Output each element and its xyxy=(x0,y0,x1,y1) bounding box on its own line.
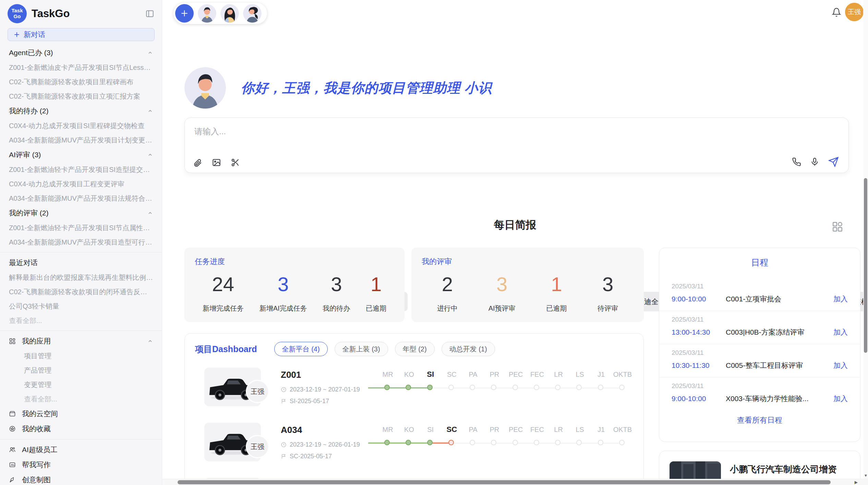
view-all-schedule-link[interactable]: 查看所有日程 xyxy=(659,415,860,425)
milestone-dot-j1 xyxy=(598,440,603,445)
write-helper-label: 帮我写作 xyxy=(22,460,51,470)
image-icon[interactable] xyxy=(212,158,221,167)
project-row[interactable]: 王强A0342023-12-19 ~ 2026-01-19SC-2025-05-… xyxy=(204,423,633,469)
milestone-label-j1: J1 xyxy=(591,426,612,434)
apps-view-all[interactable]: 查看全部... xyxy=(0,392,162,406)
join-meeting-link[interactable]: 加入 xyxy=(833,294,848,304)
vertical-scrollbar-thumb[interactable] xyxy=(864,178,867,353)
users-icon xyxy=(9,446,16,453)
recent-view-all[interactable]: 查看全部... xyxy=(0,313,162,328)
dashboard-tab-1[interactable]: 全新上装 (3) xyxy=(335,342,388,356)
sidebar-item-ai-employee[interactable]: AI超级员工 xyxy=(0,442,162,457)
join-meeting-link[interactable]: 加入 xyxy=(833,394,848,403)
project-info: Z0012023-12-19 ~ 2027-01-19SI-2025-05-17 xyxy=(281,368,365,413)
milestone-dot-ls xyxy=(576,385,582,390)
app-link-item[interactable]: 产品管理 xyxy=(0,363,162,377)
sidebar-item-favorites[interactable]: 我的收藏 xyxy=(0,421,162,436)
stat-value: 24 xyxy=(203,274,244,294)
new-chat-button[interactable]: 新对话 xyxy=(8,28,155,41)
project-row[interactable]: 王强Z0012023-12-19 ~ 2027-01-19SI-2025-05-… xyxy=(204,368,633,413)
dashboard-tab-2[interactable]: 年型 (2) xyxy=(395,342,435,356)
stat-value: 3 xyxy=(323,274,350,294)
sidebar-task-item[interactable]: Z001-全新燃油皮卡产品开发项目SI节点Lesson Learn报告 xyxy=(0,60,162,75)
stat-item: 3AI预评审 xyxy=(489,274,516,313)
paperclip-icon[interactable] xyxy=(193,158,202,167)
send-icon[interactable] xyxy=(828,157,839,167)
sidebar-task-item[interactable]: A034-全新新能源MUV产品开发项目计划变更表编写 xyxy=(0,133,162,147)
sidebar-item-cloud-space[interactable]: 我的云空间 xyxy=(0,406,162,421)
app-link-item[interactable]: 项目管理 xyxy=(0,349,162,363)
sidebar-task-item[interactable]: C02-飞腾新能源轻客改款项目立项汇报方案 xyxy=(0,89,162,103)
sidebar-collapse-icon[interactable] xyxy=(145,9,154,18)
stat-item: 2进行中 xyxy=(437,274,458,313)
join-meeting-link[interactable]: 加入 xyxy=(833,327,848,337)
sidebar-task-item[interactable]: Z001-全新燃油轻卡产品开发项目SI造型提交物评审 xyxy=(0,162,162,177)
join-meeting-link[interactable]: 加入 xyxy=(833,361,848,370)
milestone-dot-ko xyxy=(406,385,411,390)
vertical-scrollbar: ▼ xyxy=(863,0,868,479)
dashboard-tab-3[interactable]: 动总开发 (1) xyxy=(442,342,495,356)
chevron-up-icon xyxy=(147,152,153,158)
sidebar-task-item[interactable]: A034-全新新能源MUV产品开发项目造型可行性评审 xyxy=(0,235,162,249)
recent-conversation-item[interactable]: 公司Q3轻卡销量 xyxy=(0,299,162,313)
milestone-track xyxy=(377,439,633,447)
cloud-box-icon xyxy=(9,410,16,417)
sidebar-divider xyxy=(0,252,162,252)
scroll-down-arrow-icon[interactable]: ▼ xyxy=(864,473,868,477)
sidebar-task-item[interactable]: Z001-全新燃油轻卡产品开发项目SI节点属性5D文件评审 xyxy=(0,221,162,235)
ai-employee-label: AI超级员工 xyxy=(22,445,58,455)
schedule-event: 2025/03/1110:30-11:30C005-整车工程目标评审加入 xyxy=(659,344,860,377)
sidebar-section-header-1[interactable]: 我的待办 (2) xyxy=(0,103,162,119)
milestone-dot-mr xyxy=(384,385,390,390)
sidebar-task-item[interactable]: C0X4-动力总成开发项目SI里程碑提交物检查 xyxy=(0,119,162,133)
recent-conversation-item[interactable]: C02-飞腾新能源轻客改款项目的闭环通告反馈情况 xyxy=(0,285,162,299)
male-avatar[interactable] xyxy=(198,4,216,23)
recent-conversation-item[interactable]: 解释最新出台的欧盟报废车法规再生塑料比例被调至15%... xyxy=(0,270,162,285)
milestone-label-pa: PA xyxy=(462,371,484,378)
milestone-label-j1: J1 xyxy=(591,371,612,378)
sidebar-item-creative-draw[interactable]: 创意制图 xyxy=(0,472,162,485)
milestone-label-pa: PA xyxy=(462,426,484,434)
add-session-button[interactable] xyxy=(175,4,194,23)
milestone-dot-oktb xyxy=(619,385,625,390)
dashboard-tab-0[interactable]: 全新平台 (4) xyxy=(274,342,328,356)
stat-item: 3待评审 xyxy=(598,274,618,313)
sidebar-item-write-helper[interactable]: 帮我写作 xyxy=(0,457,162,472)
recent-title: 最近对话 xyxy=(9,258,38,268)
sidebar-task-item[interactable]: C02-飞腾新能源轻客改款项目里程碑画布 xyxy=(0,75,162,89)
layout-grid-icon[interactable] xyxy=(831,221,844,233)
female-long-hair-avatar[interactable] xyxy=(220,4,239,23)
stat-item: 3我的待办 xyxy=(323,274,350,313)
stat-label: 我的待办 xyxy=(323,304,350,313)
scissors-icon[interactable] xyxy=(231,158,240,167)
my-apps-label: 我的应用 xyxy=(22,336,51,346)
phone-icon[interactable] xyxy=(792,157,801,166)
sidebar-section-header-3[interactable]: 我的评审 (2) xyxy=(0,206,162,221)
milestone-dot-pa xyxy=(470,440,475,445)
chat-input[interactable] xyxy=(185,118,848,173)
sidebar-item-my-apps[interactable]: 我的应用 xyxy=(0,334,162,349)
app-link-item[interactable]: 变更管理 xyxy=(0,377,162,392)
assistant-avatar xyxy=(184,67,226,109)
greeting-text: 你好，王强，我是你的项目管理助理 小识 xyxy=(241,79,492,97)
bell-icon[interactable] xyxy=(832,8,841,17)
female-dark-top-avatar[interactable] xyxy=(243,4,262,23)
scroll-right-arrow-icon[interactable]: ▶ xyxy=(855,480,858,485)
mic-icon[interactable] xyxy=(810,157,819,166)
sidebar-section-header-2[interactable]: AI评审 (3) xyxy=(0,147,162,162)
sidebar-section-recent[interactable]: 最近对话 xyxy=(0,255,162,270)
sidebar-task-item[interactable]: C0X4-动力总成开发项目工程变更评审 xyxy=(0,177,162,191)
stat-item: 1已逾期 xyxy=(366,274,386,313)
milestone-dot-pa xyxy=(470,385,475,390)
sidebar-section-header-0[interactable]: Agent已办 (3) xyxy=(0,45,162,60)
user-avatar[interactable]: 王强 xyxy=(845,3,864,21)
user-name: 王强 xyxy=(848,8,861,16)
sidebar-task-item[interactable]: A034-全新新能源MUV产品开发项目法规符合性评审 xyxy=(0,191,162,206)
project-media: 王强 xyxy=(204,368,261,413)
event-title: C005-整车工程目标评审 xyxy=(726,361,833,370)
sidebar-header: Task Go TaskGo xyxy=(0,0,162,27)
horizontal-scrollbar-thumb[interactable] xyxy=(178,480,831,484)
pen-nib-icon xyxy=(9,476,16,483)
milestone-dot-ko xyxy=(406,440,411,445)
event-date: 2025/03/11 xyxy=(672,382,848,390)
